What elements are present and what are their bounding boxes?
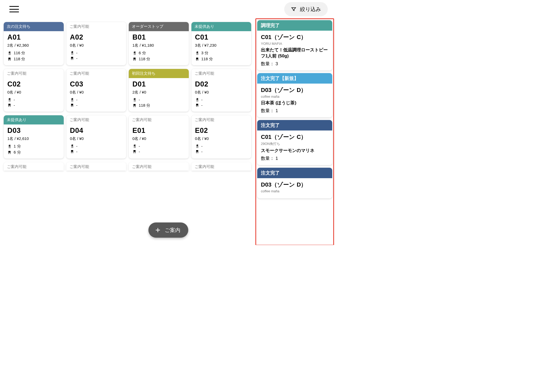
seat-time-row: - <box>70 103 123 107</box>
notif-subtitle: coffee mafia <box>261 189 329 193</box>
eat-time-value: - <box>76 144 78 148</box>
table-status: ご案内可能 <box>66 69 126 78</box>
table-card-E01[interactable]: ご案内可能E010名 / ¥0-- <box>129 115 189 159</box>
notification-card[interactable]: 注文完了【新規】D03（ゾーン D）coffee mafia日本茶 (ほうじ茶)… <box>257 73 332 117</box>
eat-time-row: - <box>70 144 123 148</box>
chair-icon <box>70 56 74 61</box>
eat-time-row: - <box>195 97 248 102</box>
table-card-E02[interactable]: ご案内可能E020名 / ¥0-- <box>191 115 251 159</box>
chair-icon <box>132 150 137 154</box>
notif-header: 調理完了 <box>257 20 332 31</box>
notif-header: 注文完了 <box>257 168 332 178</box>
notification-card[interactable]: 注文完了D03（ゾーン D）coffee mafia <box>257 168 332 198</box>
table-info: 3名 / ¥7,230 <box>195 43 248 48</box>
table-id: A02 <box>70 33 123 41</box>
table-card-peek[interactable]: ご案内可能 <box>129 162 189 171</box>
table-card-C02[interactable]: ご案内可能C020名 / ¥0-- <box>4 69 64 112</box>
eat-time-value: - <box>76 97 78 102</box>
table-id: C01 <box>195 33 248 41</box>
filter-button[interactable]: 絞り込み <box>284 2 328 16</box>
chair-icon <box>132 104 137 108</box>
menu-button[interactable] <box>9 6 19 12</box>
eat-time-value: - <box>139 144 140 148</box>
table-status: ご案内可能 <box>66 22 126 31</box>
notif-quantity: 数量： 1 <box>261 155 329 161</box>
table-card-D04[interactable]: ご案内可能D040名 / ¥0-- <box>66 115 126 159</box>
chair-icon <box>7 103 12 107</box>
table-info: 0名 / ¥0 <box>195 90 248 95</box>
seat-time-value: - <box>14 103 15 107</box>
table-card-peek[interactable]: ご案内可能 <box>66 162 126 171</box>
filter-label: 絞り込み <box>300 6 321 13</box>
table-card-C01[interactable]: 未提供ありC013名 / ¥7,2303 分118 分 <box>191 22 251 65</box>
fork-knife-icon <box>132 98 137 102</box>
eat-time-value: 116 分 <box>14 51 25 56</box>
eat-time-row: - <box>132 144 185 148</box>
notification-card[interactable]: 注文完了C01（ゾーン C）29ON角打ちスモークサーモンのマリネ数量： 1 <box>257 120 332 165</box>
fork-knife-icon <box>70 51 74 55</box>
table-id: C02 <box>7 80 60 88</box>
table-card-peek[interactable]: ご案内可能 <box>191 162 251 171</box>
table-id: B01 <box>132 33 185 41</box>
table-info: 0名 / ¥0 <box>132 136 185 141</box>
table-id: D04 <box>70 127 123 135</box>
seat-time-row: - <box>195 149 248 154</box>
filter-icon <box>291 7 296 12</box>
notifications-panel: 調理完了C01（ゾーン C）YORU MAFIA出来たて！低温調理ローストビーフ… <box>254 18 336 245</box>
eat-time-row: 1 分 <box>7 144 60 149</box>
notif-quantity: 数量： 1 <box>261 108 329 114</box>
notif-title: D03（ゾーン D） <box>261 181 329 189</box>
eat-time-value: 6 分 <box>139 51 146 56</box>
table-card-A01[interactable]: 次の注文待ちA012名 / ¥2,360116 分118 分 <box>4 22 64 65</box>
table-info: 1名 / ¥2,610 <box>7 136 60 141</box>
eat-time-row: - <box>70 97 123 102</box>
table-card-D02[interactable]: ご案内可能D020名 / ¥0-- <box>191 69 251 112</box>
fork-knife-icon <box>195 98 199 102</box>
seat-time-value: 6 分 <box>14 150 21 155</box>
notif-title: C01（ゾーン C） <box>261 133 329 141</box>
table-card-D01[interactable]: 初回注文待ちD012名 / ¥0-118 分 <box>129 69 189 112</box>
chair-icon <box>7 57 12 61</box>
table-card-C03[interactable]: ご案内可能C030名 / ¥0-- <box>66 69 126 112</box>
chair-icon <box>70 150 74 154</box>
seat-time-value: 118 分 <box>139 57 150 62</box>
table-id: E02 <box>195 127 248 135</box>
eat-time-value: - <box>76 51 78 55</box>
fork-knife-icon <box>195 51 199 55</box>
guide-button[interactable]: ご案内 <box>148 222 188 238</box>
seat-time-value: - <box>201 103 203 107</box>
chair-icon <box>195 150 199 154</box>
table-info: 0名 / ¥0 <box>70 136 123 141</box>
fork-knife-icon <box>7 144 12 149</box>
seat-time-value: - <box>201 149 203 154</box>
chair-icon <box>132 57 137 61</box>
eat-time-row: - <box>70 51 123 55</box>
table-status: 未提供あり <box>4 115 64 124</box>
table-info: 0名 / ¥0 <box>70 43 123 48</box>
notif-item: 日本茶 (ほうじ茶) <box>261 100 329 106</box>
seat-time-row: 118 分 <box>132 103 185 108</box>
table-status: 初回注文待ち <box>129 69 189 78</box>
table-card-D03[interactable]: 未提供ありD031名 / ¥2,6101 分6 分 <box>4 115 64 159</box>
table-card-peek[interactable]: ご案内可能 <box>4 162 64 171</box>
plus-icon <box>155 227 161 233</box>
table-status: ご案内可能 <box>191 115 251 124</box>
fork-knife-icon <box>70 98 74 102</box>
table-id: E01 <box>132 127 185 135</box>
notification-card[interactable]: 調理完了C01（ゾーン C）YORU MAFIA出来たて！低温調理ローストビーフ… <box>257 20 332 70</box>
table-status: オーダーストップ <box>129 22 189 31</box>
fork-knife-icon <box>7 51 12 55</box>
seat-time-row: 118 分 <box>132 57 185 62</box>
seat-time-value: - <box>139 149 140 154</box>
seat-time-value: 118 分 <box>201 57 213 62</box>
seat-time-row: - <box>70 149 123 154</box>
table-card-A02[interactable]: ご案内可能A020名 / ¥0-- <box>66 22 126 65</box>
table-card-B01[interactable]: オーダーストップB011名 / ¥1,1806 分118 分 <box>129 22 189 65</box>
table-status: ご案内可能 <box>4 69 64 78</box>
tables-area: 次の注文待ちA012名 / ¥2,360116 分118 分ご案内可能A020名… <box>0 18 254 245</box>
seat-time-value: - <box>76 103 78 107</box>
eat-time-value: - <box>14 97 15 102</box>
table-status: 未提供あり <box>191 22 251 31</box>
eat-time-row: 6 分 <box>132 51 185 56</box>
eat-time-value: 1 分 <box>14 144 21 149</box>
